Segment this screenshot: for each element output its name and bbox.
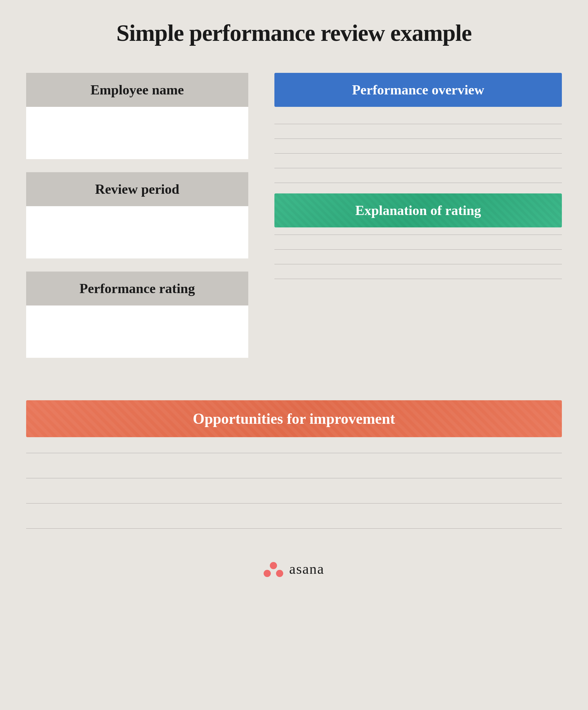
asana-footer: asana <box>26 561 562 577</box>
opportunities-header: Opportunities for improvement <box>26 400 562 437</box>
bottom-line-3 <box>26 503 562 503</box>
brand-name: asana <box>289 561 324 577</box>
line-1 <box>274 124 562 124</box>
spacer-1 <box>274 107 562 117</box>
explanation-of-rating-label: Explanation of rating <box>355 203 481 218</box>
line-3 <box>274 153 562 153</box>
review-period-label: Review period <box>95 181 179 197</box>
opportunities-label: Opportunities for improvement <box>193 410 395 427</box>
top-section: Employee name Review period Performance … <box>26 73 562 371</box>
line-2 <box>274 139 562 139</box>
page-title: Simple performance review example <box>116 20 471 47</box>
performance-rating-input[interactable] <box>26 306 248 358</box>
line-9 <box>274 279 562 279</box>
employee-name-label-box: Employee name <box>26 73 248 107</box>
bottom-line-1 <box>26 453 562 453</box>
performance-rating-label: Performance rating <box>79 281 195 297</box>
review-period-label-box: Review period <box>26 172 248 206</box>
performance-rating-label-box: Performance rating <box>26 271 248 306</box>
employee-name-input[interactable] <box>26 107 248 159</box>
opportunities-lines <box>26 441 562 541</box>
line-8 <box>274 264 562 264</box>
main-content: Employee name Review period Performance … <box>26 73 562 577</box>
performance-overview-label: Performance overview <box>352 82 485 98</box>
svg-point-0 <box>270 562 277 569</box>
bottom-section: Opportunities for improvement <box>26 400 562 541</box>
svg-point-1 <box>264 570 271 577</box>
bottom-line-2 <box>26 478 562 478</box>
review-period-input[interactable] <box>26 206 248 258</box>
explanation-of-rating-header: Explanation of rating <box>274 193 562 228</box>
explanation-lines <box>274 228 562 286</box>
line-5 <box>274 183 562 183</box>
line-7 <box>274 249 562 250</box>
employee-name-label: Employee name <box>91 82 184 98</box>
right-column: Performance overview Explanation of rati… <box>274 73 562 371</box>
svg-point-2 <box>276 570 283 577</box>
left-column: Employee name Review period Performance … <box>26 73 248 371</box>
line-4 <box>274 168 562 168</box>
performance-overview-lines <box>274 117 562 190</box>
page-container: Simple performance review example Employ… <box>0 0 588 710</box>
asana-logo-icon <box>264 561 283 577</box>
bottom-line-4 <box>26 528 562 529</box>
performance-overview-header: Performance overview <box>274 73 562 107</box>
line-6 <box>274 235 562 235</box>
